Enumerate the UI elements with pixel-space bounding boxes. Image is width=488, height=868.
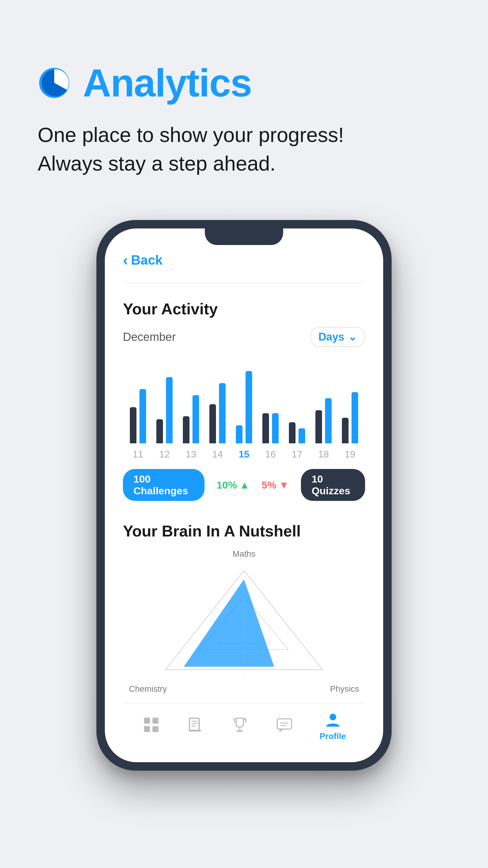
radar-label-maths: Maths — [233, 549, 255, 559]
activity-section-title: Your Activity — [123, 300, 365, 318]
page-title: Analytics — [83, 60, 252, 105]
bar-group-12 — [153, 365, 176, 443]
phone-container: ‹ Back Your Activity December Days ⌄ — [0, 220, 488, 801]
svg-rect-18 — [237, 730, 243, 732]
bar-blue-15 — [246, 371, 252, 443]
bar-blue-19 — [352, 392, 358, 443]
svg-rect-10 — [144, 726, 150, 732]
bar-group-14 — [205, 365, 230, 443]
bar-day-label-14: 14 — [205, 449, 230, 460]
bar-dark-17 — [289, 422, 295, 443]
phone-screen-area: ‹ Back Your Activity December Days ⌄ — [105, 228, 383, 762]
brain-section-title: Your Brain In A Nutshell — [123, 522, 365, 540]
bar-pair-11 — [130, 365, 146, 443]
screen-content: ‹ Back Your Activity December Days ⌄ — [105, 228, 383, 762]
nav-item-home[interactable] — [142, 716, 160, 736]
brain-section: Your Brain In A Nutshell Maths — [123, 522, 365, 685]
header-section: Analytics One place to show your progres… — [0, 0, 488, 196]
phone-notch — [205, 228, 283, 245]
bar-group-19 — [338, 365, 362, 443]
bar-group-15 — [232, 365, 256, 443]
arrow-down-icon: ▼ — [279, 479, 289, 491]
bar-dark-18 — [315, 410, 322, 443]
radar-label-chemistry: Chemistry — [129, 684, 167, 694]
bar-pair-13 — [183, 365, 199, 443]
bar-blue-16 — [272, 413, 279, 443]
grid-icon — [142, 716, 160, 734]
bar-group-17 — [285, 365, 309, 443]
bar-pair-15 — [236, 365, 252, 443]
svg-marker-4 — [184, 579, 274, 667]
bar-dark-13 — [183, 416, 190, 443]
period-selector[interactable]: Days ⌄ — [310, 327, 365, 347]
book-icon — [187, 716, 204, 734]
svg-rect-8 — [144, 718, 150, 724]
svg-rect-19 — [277, 719, 292, 729]
nav-item-chat[interactable] — [275, 716, 293, 736]
arrow-up-icon: ▲ — [239, 479, 250, 491]
bar-pair-18 — [315, 365, 332, 443]
svg-point-22 — [330, 714, 336, 720]
svg-rect-12 — [190, 718, 199, 731]
bar-day-label-16: 16 — [258, 449, 283, 460]
trophy-icon — [231, 716, 249, 734]
bar-labels: 111213141516171819 — [123, 449, 365, 460]
divider — [123, 283, 365, 283]
stat-green: 10% ▲ — [217, 479, 250, 491]
month-label: December — [123, 331, 175, 344]
nav-item-trophy[interactable] — [231, 716, 249, 736]
bar-day-label-12: 12 — [153, 449, 176, 460]
challenges-badge: 100 Challenges — [123, 469, 204, 501]
chevron-down-icon: ⌄ — [348, 331, 357, 343]
person-icon — [324, 711, 342, 729]
bar-pair-12 — [156, 365, 173, 443]
activity-header: December Days ⌄ — [123, 327, 365, 347]
phone-frame: ‹ Back Your Activity December Days ⌄ — [96, 220, 392, 771]
chat-icon — [275, 716, 293, 734]
header-title-row: Analytics — [38, 60, 450, 105]
bar-blue-13 — [193, 395, 199, 443]
nav-item-books[interactable] — [187, 716, 204, 736]
bar-dark-15 — [236, 425, 242, 443]
back-chevron-icon: ‹ — [123, 253, 128, 268]
bar-dark-11 — [130, 407, 136, 443]
bar-blue-12 — [166, 377, 173, 443]
analytics-pie-icon — [38, 66, 71, 99]
header-subtitle: One place to show your progress! Always … — [38, 121, 450, 178]
bar-day-label-13: 13 — [179, 449, 203, 460]
bar-day-label-18: 18 — [312, 449, 335, 460]
back-label: Back — [131, 253, 163, 268]
bottom-nav: Profile — [123, 703, 365, 750]
bar-blue-11 — [139, 389, 146, 443]
nav-item-profile[interactable]: Profile — [320, 711, 346, 741]
bar-pair-16 — [262, 365, 279, 443]
bar-blue-17 — [298, 428, 305, 443]
radar-label-physics: Physics — [330, 684, 359, 694]
stats-row: 100 Challenges 10% ▲ 5% ▼ 10 Quizzes — [123, 469, 365, 501]
svg-rect-16 — [189, 730, 201, 732]
bar-day-label-17: 17 — [285, 449, 309, 460]
bar-blue-18 — [325, 398, 332, 443]
stat-red: 5% ▼ — [262, 479, 289, 491]
nav-label-profile: Profile — [320, 732, 346, 741]
bar-group-13 — [179, 365, 203, 443]
bar-dark-14 — [209, 404, 216, 443]
quizzes-badge: 10 Quizzes — [301, 469, 365, 501]
bar-group-16 — [258, 365, 283, 443]
bar-dark-19 — [342, 418, 349, 443]
bar-dark-16 — [262, 413, 269, 443]
bar-pair-17 — [289, 365, 305, 443]
bar-pair-19 — [342, 365, 358, 443]
bar-dark-12 — [156, 419, 163, 443]
radar-chart: Maths — [123, 558, 365, 685]
bar-blue-14 — [219, 383, 226, 443]
bar-group-18 — [312, 365, 335, 443]
svg-rect-9 — [153, 718, 158, 724]
svg-rect-11 — [153, 726, 158, 732]
bar-day-label-15: 15 — [232, 449, 256, 460]
radar-svg — [148, 564, 340, 679]
bar-group-11 — [126, 365, 150, 443]
bar-day-label-11: 11 — [126, 449, 150, 460]
bar-pair-14 — [209, 365, 226, 443]
back-button[interactable]: ‹ Back — [123, 253, 365, 268]
